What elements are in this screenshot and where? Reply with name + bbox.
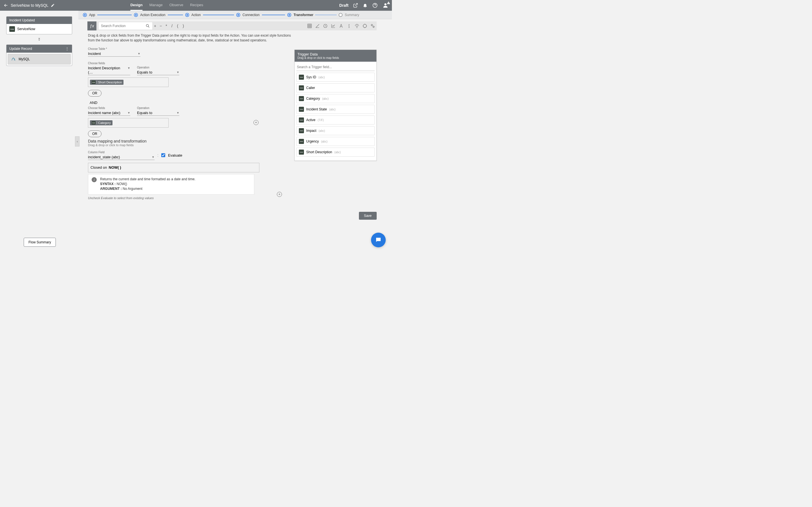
- gears-tool-icon[interactable]: [369, 22, 377, 30]
- or-button-1[interactable]: OR: [88, 90, 101, 97]
- operation-value-2: Equals to: [137, 111, 152, 115]
- operation-select-1[interactable]: Equals to ▼: [137, 69, 179, 75]
- edit-title-icon[interactable]: [51, 3, 55, 7]
- svg-point-2: [146, 24, 149, 27]
- tab-observe[interactable]: Observe: [169, 0, 183, 11]
- mapped-field-chip[interactable]: now Category: [90, 120, 112, 125]
- grid-tool-icon[interactable]: [306, 22, 313, 30]
- main-panel: ƒx + − * / ( ) Drag & drop or click fiel…: [79, 19, 392, 253]
- operation-label: Operation: [137, 107, 179, 110]
- open-external-icon[interactable]: [353, 3, 358, 8]
- trigger-field-item[interactable]: nowSys ID (abc): [296, 73, 375, 82]
- user-avatar-icon[interactable]: [382, 2, 389, 8]
- trigger-field-item[interactable]: nowImpact (abc): [296, 126, 375, 135]
- expression-input[interactable]: Closed on NOW( ): [88, 163, 259, 172]
- trigger-field-item[interactable]: nowIncident State (abc): [296, 105, 375, 114]
- trigger-field-item[interactable]: nowUrgency (abc): [296, 137, 375, 146]
- trigger-search-input[interactable]: [296, 63, 375, 71]
- info-icon: i: [92, 177, 97, 182]
- colon-separator: :: [157, 153, 158, 158]
- step-action[interactable]: Action: [192, 13, 201, 17]
- op-plus[interactable]: +: [152, 24, 158, 28]
- hint-syntax-value: NOW(): [116, 182, 127, 186]
- choose-table-select[interactable]: Incident ▼: [88, 51, 140, 57]
- clock-tool-icon[interactable]: [321, 22, 329, 30]
- op-paren-close[interactable]: ): [181, 24, 186, 28]
- evaluate-checkbox[interactable]: [161, 153, 165, 157]
- step-app[interactable]: App: [89, 13, 95, 17]
- filter-value-box-1[interactable]: now Short Description: [88, 77, 168, 87]
- svg-point-7: [363, 24, 366, 27]
- tab-manage[interactable]: Manage: [149, 0, 163, 11]
- trigger-field-item[interactable]: nowShort Description (abc): [296, 148, 375, 157]
- servicenow-icon: now: [299, 107, 304, 112]
- collapse-sidebar-button[interactable]: ‹: [75, 136, 80, 147]
- caret-down-icon: ▼: [128, 111, 130, 114]
- operation-select-2[interactable]: Equals to ▼: [137, 110, 179, 116]
- flow-summary-button[interactable]: Flow Summary: [24, 238, 56, 247]
- angle-tool-icon[interactable]: [313, 22, 321, 30]
- mapping-section-sub: Drag & drop or click to map fields: [88, 144, 285, 147]
- op-minus[interactable]: −: [158, 24, 163, 28]
- servicenow-icon: now: [9, 26, 15, 32]
- trigger-field-item[interactable]: nowActive (T/F): [296, 115, 375, 124]
- operation-value-1: Equals to: [137, 70, 152, 74]
- info-tool-icon[interactable]: [345, 22, 353, 30]
- mapping-section-title: Data mapping and transformation: [88, 139, 285, 144]
- step-summary[interactable]: Summary: [345, 13, 359, 17]
- instructions-text: Drag & drop or click fields from the Tri…: [88, 33, 291, 43]
- tab-design[interactable]: Design: [130, 0, 142, 11]
- page-title: SeriveNow to MySQL: [11, 3, 49, 8]
- help-icon[interactable]: [372, 3, 378, 8]
- trigger-data-panel: Trigger Data Drag & drop or click to map…: [294, 50, 377, 161]
- save-button[interactable]: Save: [359, 212, 377, 220]
- trigger-field-name: Urgency: [306, 139, 319, 144]
- hint-argument-label: ARGUMENT :: [100, 187, 122, 191]
- trigger-field-type: (abc): [319, 129, 325, 132]
- choose-fields-value-1: Incident Description (…: [88, 66, 120, 74]
- svg-rect-3: [308, 24, 312, 28]
- step-connection[interactable]: Connection: [243, 13, 260, 17]
- add-condition-button[interactable]: +: [253, 120, 259, 125]
- choose-fields-select-1[interactable]: Incident Description (… ▼: [88, 65, 130, 75]
- bulb-tool-icon[interactable]: [353, 22, 361, 30]
- trigger-node-card[interactable]: Incident Updated now ServiceNow: [6, 16, 72, 34]
- column-field-select[interactable]: incident_state (abc) ▼: [88, 154, 154, 160]
- hint-argument-value: No Argument: [123, 187, 142, 191]
- trigger-field-item[interactable]: nowCategory (abc): [296, 94, 375, 103]
- target-tool-icon[interactable]: [361, 22, 369, 30]
- step-transformer[interactable]: Transformer: [294, 13, 313, 17]
- tab-recipes[interactable]: Recipes: [190, 0, 203, 11]
- search-icon: [146, 24, 150, 28]
- function-search[interactable]: [99, 22, 152, 30]
- notifications-icon[interactable]: [363, 3, 368, 8]
- or-button-2[interactable]: OR: [88, 130, 101, 137]
- action-node-card[interactable]: Update Record ⋮ MySQL: [6, 45, 72, 66]
- trigger-field-item[interactable]: nowCaller: [296, 83, 375, 93]
- function-search-input[interactable]: [101, 24, 146, 28]
- add-mapping-button[interactable]: +: [277, 192, 282, 197]
- op-multiply[interactable]: *: [163, 24, 169, 28]
- op-paren-open[interactable]: (: [175, 24, 181, 28]
- mapped-field-chip[interactable]: now Short Description: [90, 80, 123, 85]
- servicenow-icon: now: [299, 139, 304, 144]
- hint-syntax-label: SYNTAX :: [100, 182, 116, 186]
- status-draft: Draft: [339, 3, 349, 8]
- hint-description: Returns the current date and time format…: [100, 177, 195, 181]
- chat-fab-button[interactable]: [371, 233, 386, 247]
- chart-tool-icon[interactable]: [329, 22, 337, 30]
- svg-point-9: [373, 26, 374, 27]
- trigger-field-name: Short Description: [306, 150, 332, 154]
- function-bar: ƒx + − * / ( ): [87, 21, 377, 31]
- op-divide[interactable]: /: [169, 24, 175, 28]
- filter-value-box-2[interactable]: now Category +: [88, 118, 168, 128]
- step-action-execution[interactable]: Action Execution: [140, 13, 165, 17]
- back-arrow-icon[interactable]: [3, 3, 8, 8]
- trigger-panel-sub: Drag & drop or click to map fields: [297, 56, 373, 59]
- node-menu-icon[interactable]: ⋮: [65, 47, 69, 51]
- choose-fields-select-2[interactable]: Incident name (abc) ▼: [88, 110, 130, 116]
- servicenow-icon: now: [299, 150, 304, 155]
- form-area: Choose Table * Incident ▼ Choose fields …: [88, 47, 285, 200]
- trigger-field-list: nowSys ID (abc)nowCaller nowCategory (ab…: [295, 73, 376, 161]
- text-tool-icon[interactable]: [337, 22, 345, 30]
